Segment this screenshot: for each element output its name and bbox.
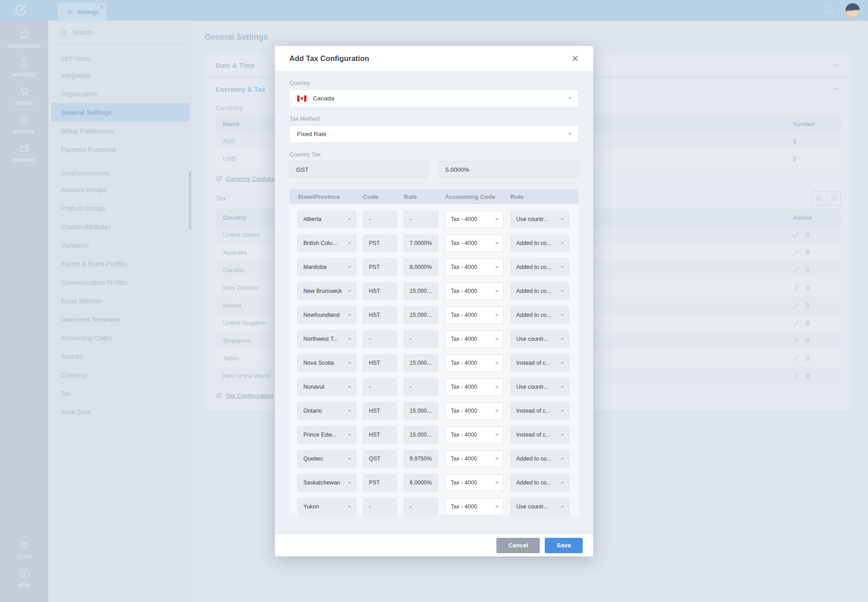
delete-trash-icon[interactable] xyxy=(804,284,811,291)
rail-item-order[interactable]: ORDER xyxy=(0,85,48,106)
delete-trash-icon[interactable] xyxy=(804,231,811,238)
delete-trash-icon[interactable] xyxy=(804,320,811,326)
sidebar-item[interactable]: Events & Event Profiles xyxy=(48,254,192,273)
tax-method-select[interactable]: Fixed Rate xyxy=(289,125,579,143)
rule-select[interactable]: Added to co... xyxy=(510,259,569,276)
modal-close-icon[interactable] xyxy=(569,52,581,65)
sidebar-item[interactable]: Time Zone xyxy=(48,403,192,421)
save-button[interactable]: Save xyxy=(545,538,583,553)
delete-trash-icon[interactable] xyxy=(804,302,811,309)
cancel-button[interactable]: Cancel xyxy=(496,538,540,553)
rule-select[interactable]: Added to co... xyxy=(510,235,569,252)
code-input: - xyxy=(363,330,397,348)
rule-select[interactable]: Added to co... xyxy=(510,450,569,467)
edit-pencil-icon[interactable] xyxy=(793,284,800,291)
rule-select[interactable]: Use countr... xyxy=(510,498,569,515)
delete-trash-icon[interactable] xyxy=(804,372,811,379)
accounting-code-select[interactable]: Tax - 4000 xyxy=(445,259,504,276)
refresh-button[interactable] xyxy=(826,191,841,205)
sidebar-item[interactable]: Billing Preferences xyxy=(48,122,192,140)
sidebar-item[interactable]: General Settings xyxy=(51,103,189,122)
edit-pencil-icon[interactable] xyxy=(793,231,800,238)
add-tax-button[interactable] xyxy=(812,191,826,205)
country-select[interactable]: Canada xyxy=(289,89,579,107)
accounting-code-select[interactable]: Tax - 4000 xyxy=(445,378,504,395)
edit-pencil-icon[interactable] xyxy=(793,249,800,256)
sidebar-scrollbar[interactable] xyxy=(189,171,191,230)
rail-item-new[interactable]: NEW xyxy=(0,567,48,588)
sidebar-item[interactable]: Product Groups xyxy=(48,199,192,217)
rate-input: 8.0000% xyxy=(404,259,438,276)
province-row: Yukon - - Tax - 4000 xyxy=(297,498,579,515)
delete-trash-icon[interactable] xyxy=(804,337,811,344)
app-logo-icon[interactable] xyxy=(14,3,28,18)
tab-close-icon[interactable] xyxy=(99,5,104,9)
sidebar-settings-list: IntegrationOrganizationGeneral SettingsB… xyxy=(48,66,192,159)
edit-pencil-icon[interactable] xyxy=(793,355,800,362)
chevron-down-icon xyxy=(348,386,351,388)
delete-trash-icon[interactable] xyxy=(804,267,811,273)
rule-select[interactable]: Instead of c... xyxy=(510,426,569,443)
sidebar-item[interactable]: Country xyxy=(48,347,192,366)
rule-select[interactable]: Use countr... xyxy=(510,378,569,395)
sidebar-item[interactable]: Email Settings xyxy=(48,292,192,310)
rule-select[interactable]: Use countr... xyxy=(510,211,569,228)
edit-pencil-icon[interactable] xyxy=(793,337,800,344)
accounting-code-select[interactable]: Tax - 4000 xyxy=(445,306,504,324)
accounting-code-select[interactable]: Tax - 4000 xyxy=(445,282,504,300)
notifications-bell-icon[interactable] xyxy=(824,5,835,16)
sidebar-item[interactable]: Document Templates xyxy=(48,310,192,329)
search-icon xyxy=(61,29,68,36)
tab-settings[interactable]: Settings xyxy=(58,3,107,21)
rule-select[interactable]: Instead of c... xyxy=(510,402,569,419)
edit-pencil-icon[interactable] xyxy=(793,267,800,273)
sidebar-item[interactable]: Integration xyxy=(48,66,192,85)
rule-select[interactable]: Instead of c... xyxy=(510,354,569,372)
tax-configuration-link[interactable]: Tax Configuration xyxy=(226,392,273,399)
rail-item-account[interactable]: ACCOUNT xyxy=(0,56,48,77)
rule-select[interactable]: Added to co... xyxy=(510,474,569,491)
chevron-down-icon[interactable] xyxy=(832,61,841,70)
sidebar-item[interactable]: Account Groups xyxy=(48,180,192,199)
code-input: HST xyxy=(363,282,397,300)
rule-select[interactable]: Added to co... xyxy=(510,306,569,324)
rail-item-dashboard[interactable]: DASHBOARD xyxy=(0,28,48,49)
rail-item-invoice[interactable]: INVOICE xyxy=(0,113,48,134)
sidebar-item[interactable]: Currency xyxy=(48,366,192,384)
rate-input: 15.0000% xyxy=(404,402,438,419)
accounting-code-select[interactable]: Tax - 4000 xyxy=(445,211,504,228)
province-row: Manitoba PST 8.0000% Tax - 4000 xyxy=(297,259,579,276)
accounting-code-select[interactable]: Tax - 4000 xyxy=(445,402,504,419)
edit-pencil-icon[interactable] xyxy=(793,320,800,326)
edit-pencil-icon[interactable] xyxy=(793,302,800,309)
sidebar-item[interactable]: Communication Profiles xyxy=(48,273,192,292)
chevron-down-icon xyxy=(348,338,351,340)
delete-trash-icon[interactable] xyxy=(804,355,811,362)
chevron-up-icon[interactable] xyxy=(832,85,841,94)
accounting-code-select[interactable]: Tax - 4000 xyxy=(445,474,504,491)
accounting-code-select[interactable]: Tax - 4000 xyxy=(445,330,504,348)
chevron-down-icon xyxy=(561,362,564,364)
accounting-code-select[interactable]: Tax - 4000 xyxy=(445,450,504,467)
user-avatar[interactable] xyxy=(845,3,860,18)
delete-trash-icon[interactable] xyxy=(804,249,811,256)
search-input[interactable] xyxy=(72,29,172,36)
sidebar-item[interactable]: Custom Attributes xyxy=(48,217,192,236)
accounting-code-select[interactable]: Tax - 4000 xyxy=(445,354,504,372)
sidebar-search[interactable] xyxy=(54,21,186,44)
rule-select[interactable]: Use countr... xyxy=(510,330,569,348)
edit-pencil-icon[interactable] xyxy=(793,372,800,379)
rail-item-payment[interactable]: PAYMENT xyxy=(0,142,48,163)
sidebar-item[interactable]: Organization xyxy=(48,85,192,103)
accounting-code-select[interactable]: Tax - 4000 xyxy=(445,235,504,252)
accounting-code-select[interactable]: Tax - 4000 xyxy=(445,498,504,515)
sidebar-item[interactable]: Accounting Codes xyxy=(48,329,192,347)
sidebar-item[interactable]: Payment Processor xyxy=(48,140,192,159)
sidebar-item[interactable]: Variations xyxy=(48,236,192,254)
rule-select[interactable]: Added to co... xyxy=(510,282,569,300)
menu-icon xyxy=(19,540,30,551)
rail-item-todo[interactable]: TO DO xyxy=(0,540,48,560)
accounting-code-select[interactable]: Tax - 4000 xyxy=(445,426,504,443)
sidebar-configuration-list: Account GroupsProduct GroupsCustom Attri… xyxy=(48,180,192,421)
sidebar-item[interactable]: Tax xyxy=(48,384,192,403)
